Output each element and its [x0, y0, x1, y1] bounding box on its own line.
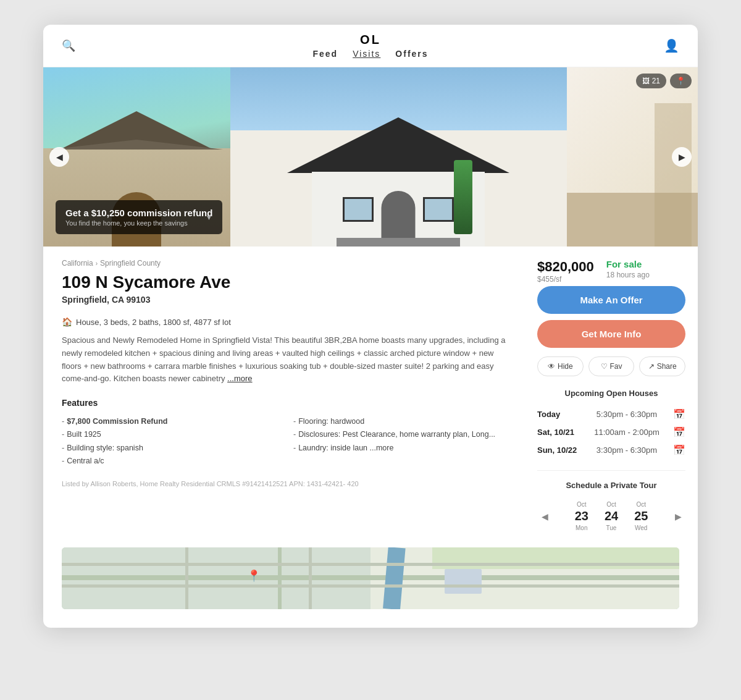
property-map[interactable]: 📍 — [62, 547, 679, 609]
description-more-link[interactable]: ...more — [227, 374, 252, 383]
oh-day-0: Today — [537, 410, 580, 419]
map-pin-icon: 📍 — [676, 77, 685, 85]
map-street-1 — [62, 563, 679, 566]
photo-count-badge[interactable]: 🖼 21 — [636, 74, 666, 88]
price-row: $820,000 $455/sf For sale 18 hours ago — [537, 259, 685, 284]
gallery-controls: 🖼 21 📍 — [636, 74, 692, 88]
breadcrumb-separator: › — [96, 260, 98, 267]
map-pin-badge[interactable]: 📍 — [670, 74, 692, 88]
listing-metadata: Listed by Allison Roberts, Home Realty R… — [62, 480, 506, 487]
feature-flooring-label: Flooring: hardwood — [298, 415, 364, 428]
breadcrumb: California › Springfield County — [62, 259, 506, 268]
tour-calendar: ◀ Oct 23 Mon Oct 24 Tue Oc — [537, 497, 685, 535]
main-content: California › Springfield County 109 N Sy… — [43, 247, 698, 547]
feature-commission: - $7,800 Commission Refund — [62, 415, 275, 428]
feature-disclosures-label: Disclosures: Pest Clearance, home warran… — [298, 428, 495, 441]
property-title: 109 N Sycamore Ave — [62, 272, 506, 292]
cal-days: Oct 23 Mon Oct 24 Tue Oct 25 Wed — [552, 497, 671, 535]
app-window: 🔍 OL Feed Visits Offers 👤 — [43, 25, 698, 628]
cal-prev-button[interactable]: ◀ — [537, 509, 552, 524]
header: 🔍 OL Feed Visits Offers 👤 — [43, 25, 698, 67]
features-grid: - $7,800 Commission Refund - Built 1925 … — [62, 415, 506, 468]
commission-arrow-icon: ▼ — [206, 213, 213, 222]
nav-offers[interactable]: Offers — [395, 49, 428, 58]
map-location-pin: 📍 — [247, 569, 261, 583]
feature-style-label: Building style: spanish — [67, 442, 143, 455]
breadcrumb-state: California — [62, 259, 93, 268]
commission-banner[interactable]: Get a $10,250 commission refund You find… — [56, 200, 222, 234]
property-address: Springfield, CA 99103 — [62, 295, 506, 305]
feature-flooring: - Flooring: hardwood — [293, 415, 506, 428]
cal-weekday-2: Wed — [635, 525, 647, 531]
map-river — [383, 547, 406, 609]
map-feature — [445, 569, 482, 594]
prev-photo-button[interactable]: ◀ — [49, 147, 69, 167]
hero-gallery: ◀ ▶ 🖼 21 📍 Get a $10,250 commission refu… — [43, 67, 698, 247]
cal-next-button[interactable]: ▶ — [671, 509, 685, 524]
hide-label: Hide — [558, 362, 573, 371]
logo-text: OL — [360, 33, 381, 46]
open-houses-title: Upcoming Open Houses — [537, 389, 685, 398]
cal-month-1: Oct — [606, 501, 616, 508]
features-col-left: - $7,800 Commission Refund - Built 1925 … — [62, 415, 275, 468]
oh-cal-1[interactable]: 📅 — [673, 426, 685, 438]
cal-month-2: Oct — [636, 501, 646, 508]
share-label: Share — [657, 362, 677, 371]
cal-day-0[interactable]: Oct 23 Mon — [570, 497, 593, 535]
property-spec: House, 3 beds, 2 baths, 1800 sf, 4877 sf… — [76, 318, 231, 327]
listing-status: For sale — [606, 259, 650, 269]
cal-num-1: 24 — [605, 509, 618, 523]
description-text: Spacious and Newly Remodeled Home in Spr… — [62, 335, 506, 383]
share-button[interactable]: ↗ Share — [639, 356, 685, 376]
feature-ac: - Central a/c — [62, 455, 275, 468]
commission-subtitle: You find the home, you keep the savings — [65, 219, 212, 227]
map-road-horizontal — [62, 575, 679, 580]
tour-title: Schedule a Private Tour — [537, 481, 685, 490]
commission-title: Get a $10,250 commission refund — [65, 208, 212, 218]
oh-cal-0[interactable]: 📅 — [673, 408, 685, 420]
photo-count: 21 — [652, 77, 660, 85]
oh-time-2: 3:30pm - 6:30pm — [597, 445, 657, 455]
action-row: 👁 Hide ♡ Fav ↗ Share — [537, 356, 685, 376]
eye-slash-icon: 👁 — [548, 362, 555, 371]
map-street-2 — [62, 584, 679, 588]
listing-time-ago: 18 hours ago — [606, 271, 650, 279]
property-detail-left: California › Springfield County 109 N Sy… — [43, 247, 525, 547]
cal-weekday-0: Mon — [576, 525, 587, 531]
open-house-sun: Sun, 10/22 3:30pm - 6:30pm 📅 — [537, 441, 685, 459]
logo: OL Feed Visits Offers — [312, 33, 428, 58]
cal-num-0: 23 — [575, 509, 588, 523]
price-per-sf: $455/sf — [537, 275, 594, 284]
hero-photo-2 — [230, 67, 567, 247]
open-house-sat: Sat, 10/21 11:00am - 2:00pm 📅 — [537, 423, 685, 441]
make-offer-button[interactable]: Make An Offer — [537, 286, 685, 314]
property-description: Spacious and Newly Remodeled Home in Spr… — [62, 334, 506, 386]
features-col-right: - Flooring: hardwood - Disclosures: Pest… — [293, 415, 506, 468]
property-details: 🏠 House, 3 beds, 2 baths, 1800 sf, 4877 … — [62, 317, 506, 327]
map-background: 📍 — [62, 547, 679, 609]
search-icon[interactable]: 🔍 — [62, 39, 75, 53]
map-street-3 — [185, 547, 188, 609]
features-heading: Features — [62, 398, 506, 408]
hide-button[interactable]: 👁 Hide — [537, 356, 584, 376]
cal-day-2[interactable]: Oct 25 Wed — [629, 497, 653, 535]
oh-cal-2[interactable]: 📅 — [673, 444, 685, 456]
feature-style: - Building style: spanish — [62, 442, 275, 455]
next-photo-button[interactable]: ▶ — [672, 147, 692, 167]
oh-time-0: 5:30pm - 6:30pm — [597, 410, 657, 419]
oh-day-1: Sat, 10/21 — [537, 428, 580, 437]
cal-weekday-1: Tue — [606, 525, 617, 531]
fav-button[interactable]: ♡ Fav — [588, 356, 635, 376]
nav-feed[interactable]: Feed — [312, 49, 338, 58]
user-icon[interactable]: 👤 — [664, 38, 679, 53]
main-nav: Feed Visits Offers — [312, 49, 428, 58]
feature-laundry: - Laundry: inside laun ...more — [293, 442, 506, 455]
tour-section: Schedule a Private Tour ◀ Oct 23 Mon Oct… — [537, 470, 685, 535]
open-houses-section: Upcoming Open Houses Today 5:30pm - 6:30… — [537, 389, 685, 459]
cal-day-1[interactable]: Oct 24 Tue — [600, 497, 623, 535]
property-sidebar: $820,000 $455/sf For sale 18 hours ago M… — [525, 247, 698, 547]
get-more-info-button[interactable]: Get More Info — [537, 320, 685, 348]
map-street-4 — [309, 547, 312, 609]
oh-day-2: Sun, 10/22 — [537, 445, 580, 455]
nav-visits[interactable]: Visits — [353, 49, 380, 58]
